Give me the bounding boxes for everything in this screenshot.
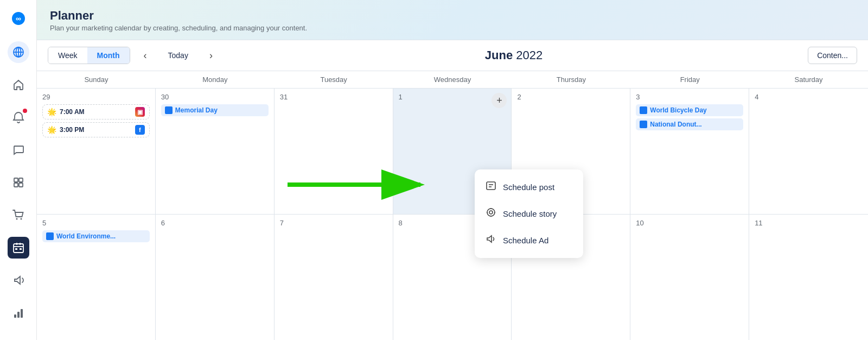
svg-point-10 xyxy=(20,218,22,220)
calendar-area: Week Month ‹ Today › June 2022 Conten...… xyxy=(37,40,868,340)
week-row-1: 29 🌟 7:00 AM ▣ 🌟 3:00 PM f 30 xyxy=(37,89,868,215)
day-cell-30[interactable]: 30 Memorial Day xyxy=(156,89,275,214)
svg-rect-6 xyxy=(19,178,23,182)
day-number-5: 5 xyxy=(42,219,150,227)
day-cell-6[interactable]: 6 xyxy=(156,215,275,340)
svg-rect-11 xyxy=(14,244,23,253)
post-item-7am[interactable]: 🌟 7:00 AM ▣ xyxy=(42,104,150,119)
post-item-3pm[interactable]: 🌟 3:00 PM f xyxy=(42,122,150,137)
post-time-7am: 7:00 AM xyxy=(60,108,85,116)
bookmark-icon[interactable] xyxy=(8,172,29,193)
cart-icon[interactable] xyxy=(8,204,29,226)
page-header: Planner Plan your marketing calendar by … xyxy=(37,0,868,40)
day-number-30: 30 xyxy=(161,93,269,101)
svg-text:∞: ∞ xyxy=(16,14,21,23)
day-cell-29[interactable]: 29 🌟 7:00 AM ▣ 🌟 3:00 PM f xyxy=(37,89,156,214)
schedule-ad-item[interactable]: Schedule Ad xyxy=(475,227,583,254)
analytics-icon[interactable] xyxy=(8,302,29,324)
week-row-2: 5 World Environme... 6 7 8 9 xyxy=(37,215,868,340)
schedule-story-icon xyxy=(486,207,496,221)
day-number-7: 7 xyxy=(280,219,387,227)
instagram-icon: ▣ xyxy=(135,107,145,117)
sidebar: ∞ xyxy=(0,0,37,340)
calendar-grid: Sunday Monday Tuesday Wednesday Thursday… xyxy=(37,71,868,340)
svg-rect-7 xyxy=(14,183,18,187)
svg-point-9 xyxy=(16,218,17,220)
chat-icon[interactable] xyxy=(8,139,29,161)
header-saturday: Saturday xyxy=(749,71,868,88)
day-number-31: 31 xyxy=(280,93,387,101)
world-bicycle-day-event[interactable]: World Bicycle Day xyxy=(636,104,743,116)
world-environment-event[interactable]: World Environme... xyxy=(42,230,150,242)
header-thursday: Thursday xyxy=(512,71,630,88)
svg-rect-15 xyxy=(15,248,17,250)
week-view-button[interactable]: Week xyxy=(48,47,87,64)
month-title: June 2022 xyxy=(226,48,801,62)
day-cell-7[interactable]: 7 xyxy=(275,215,393,340)
view-toggle: Week Month xyxy=(48,47,130,64)
event-icon xyxy=(640,121,647,128)
svg-rect-16 xyxy=(20,248,22,250)
day-cell-11[interactable]: 11 xyxy=(749,215,868,340)
main-content: Planner Plan your marketing calendar by … xyxy=(37,0,868,340)
day-headers: Sunday Monday Tuesday Wednesday Thursday… xyxy=(37,71,868,89)
page-subtitle: Plan your marketing calendar by creating… xyxy=(50,24,855,32)
megaphone-icon[interactable] xyxy=(8,269,29,291)
svg-rect-19 xyxy=(21,309,23,318)
today-button[interactable]: Today xyxy=(161,47,196,64)
header-sunday: Sunday xyxy=(37,71,156,88)
event-icon xyxy=(46,232,54,240)
day-number-2: 2 xyxy=(517,93,624,101)
day-number-29: 29 xyxy=(42,93,150,101)
schedule-ad-icon xyxy=(486,234,496,247)
facebook-icon: f xyxy=(135,125,145,135)
day-cell-5[interactable]: 5 World Environme... xyxy=(37,215,156,340)
day-number-10: 10 xyxy=(636,219,743,227)
day-number-4: 4 xyxy=(755,93,863,101)
header-monday: Monday xyxy=(156,71,275,88)
post-time-3pm: 3:00 PM xyxy=(60,126,84,134)
schedule-post-label: Schedule post xyxy=(503,182,554,192)
day-cell-31[interactable]: 31 xyxy=(275,89,393,214)
bell-icon[interactable] xyxy=(8,106,29,128)
svg-rect-8 xyxy=(19,183,23,187)
day-number-6: 6 xyxy=(161,219,269,227)
header-tuesday: Tuesday xyxy=(275,71,393,88)
day-cell-10[interactable]: 10 xyxy=(630,215,749,340)
day-number-3: 3 xyxy=(636,93,743,101)
svg-rect-22 xyxy=(487,182,495,190)
svg-point-25 xyxy=(487,209,495,216)
day-number-1: 1 xyxy=(399,93,506,101)
svg-point-26 xyxy=(489,211,493,214)
memorial-day-event[interactable]: Memorial Day xyxy=(161,104,269,116)
meta-logo: ∞ xyxy=(9,9,28,28)
planner-icon[interactable] xyxy=(8,237,29,259)
schedule-post-item[interactable]: Schedule post xyxy=(475,174,583,200)
globe-button[interactable] xyxy=(8,41,29,63)
day-number-11: 11 xyxy=(755,219,863,227)
day-cell-3[interactable]: 3 World Bicycle Day National Donut... xyxy=(630,89,749,214)
month-view-button[interactable]: Month xyxy=(87,47,130,64)
star-icon-2: 🌟 xyxy=(47,125,56,134)
schedule-story-item[interactable]: Schedule story xyxy=(475,200,583,227)
calendar-toolbar: Week Month ‹ Today › June 2022 Conten... xyxy=(37,40,868,71)
content-button[interactable]: Conten... xyxy=(808,47,857,64)
star-icon: 🌟 xyxy=(47,108,56,116)
svg-rect-5 xyxy=(14,178,18,182)
next-month-button[interactable]: › xyxy=(202,47,220,64)
schedule-post-icon xyxy=(486,180,496,194)
add-event-button[interactable]: + xyxy=(492,93,507,108)
event-icon xyxy=(640,106,647,114)
schedule-ad-label: Schedule Ad xyxy=(503,236,548,245)
header-wednesday: Wednesday xyxy=(393,71,512,88)
national-donut-event[interactable]: National Donut... xyxy=(636,118,743,130)
event-icon xyxy=(165,106,173,114)
day-cell-4[interactable]: 4 xyxy=(749,89,868,214)
home-icon[interactable] xyxy=(8,74,29,96)
prev-month-button[interactable]: ‹ xyxy=(137,47,154,64)
svg-rect-18 xyxy=(17,312,20,318)
schedule-dropdown: Schedule post Schedule story Schedule Ad xyxy=(475,169,583,258)
header-friday: Friday xyxy=(630,71,749,88)
notification-badge xyxy=(23,109,27,113)
page-title: Planner xyxy=(50,9,855,23)
